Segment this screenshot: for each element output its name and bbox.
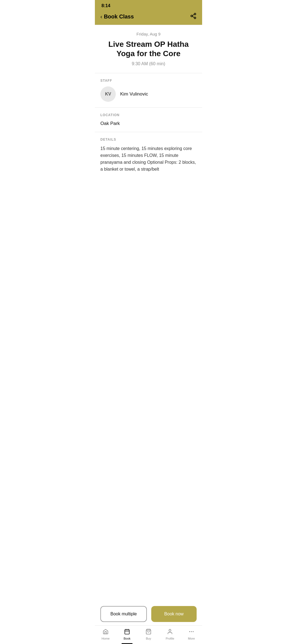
details-section: DETAILS 15 minute centering, 15 minutes …: [100, 132, 197, 178]
class-time: 9:30 AM (60 min): [100, 61, 197, 66]
svg-line-3: [193, 17, 194, 18]
status-time: 8:14: [101, 3, 110, 8]
location-name: Oak Park: [100, 121, 197, 126]
header-title: Book Class: [104, 13, 134, 20]
share-icon: [190, 13, 197, 19]
staff-section: STAFF KV Kim Vulinovic: [100, 73, 197, 107]
main-content: Friday, Aug 9 Live Stream OP Hatha Yoga …: [95, 25, 202, 211]
staff-avatar: KV: [100, 86, 116, 102]
staff-row: KV Kim Vulinovic: [100, 86, 197, 102]
details-text: 15 minute centering, 15 minutes explorin…: [100, 145, 197, 173]
back-button[interactable]: ‹ Book Class: [100, 13, 134, 20]
location-label: LOCATION: [100, 113, 197, 117]
back-arrow-icon: ‹: [100, 13, 102, 20]
class-title: Live Stream OP Hatha Yoga for the Core: [100, 40, 197, 58]
location-section: LOCATION Oak Park: [100, 108, 197, 132]
header: ‹ Book Class: [95, 10, 202, 25]
staff-label: STAFF: [100, 79, 197, 83]
details-label: DETAILS: [100, 138, 197, 141]
class-date: Friday, Aug 9: [100, 32, 197, 36]
share-button[interactable]: [190, 13, 197, 20]
staff-name: Kim Vulinovic: [120, 91, 148, 97]
staff-initials: KV: [105, 92, 111, 97]
svg-line-4: [193, 15, 194, 16]
status-bar: 8:14: [95, 0, 202, 10]
